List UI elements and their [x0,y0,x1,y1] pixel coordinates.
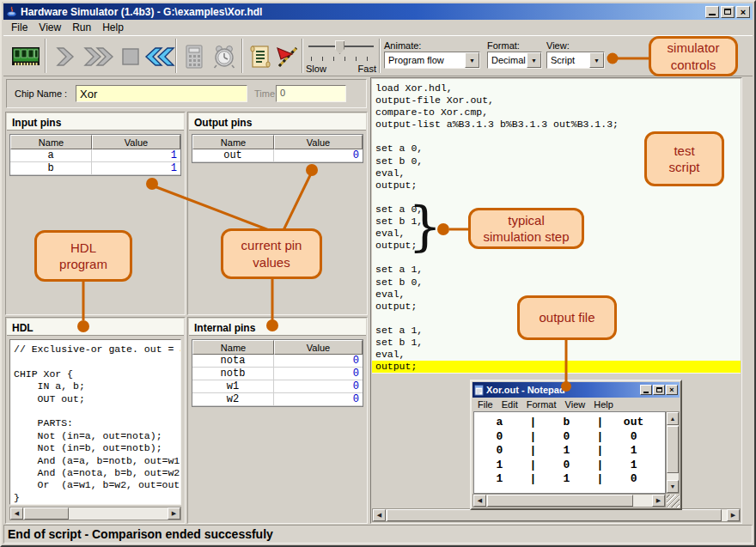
hdl-code-line: OUT out; [14,393,180,405]
toolbar-separator [302,39,303,73]
notepad-menu-item[interactable]: Format [523,399,562,410]
chip-icon[interactable] [10,40,41,74]
pin-name: nota [192,355,274,367]
scroll-right-icon[interactable]: ▶ [168,507,180,520]
menu-item[interactable]: Run [68,21,98,35]
notepad-menu-item[interactable]: File [474,399,498,410]
scroll-right-icon[interactable]: ▶ [652,495,665,507]
scroll-up-icon[interactable]: ▲ [667,412,679,425]
notepad-text-area[interactable]: a | b | out 0 | 0 | 0 0 | 1 | 1 1 | 0 | … [473,411,666,494]
menu-item[interactable]: Help [98,21,131,35]
column-header-name[interactable]: Name [10,135,92,149]
menu-bar: FileViewRunHelp [3,20,753,35]
notepad-title: Xor.out - Notepad [486,385,639,395]
scrollbar-thumb[interactable] [667,426,679,473]
hdl-code-line: IN a, b; [14,380,180,392]
menu-item[interactable]: File [7,21,34,35]
hdl-code-line: PARTS: [14,417,180,429]
animate-select[interactable]: Program flow ▼ [384,52,480,69]
animate-label: Animate: [384,40,421,51]
script-hscrollbar[interactable]: ◀ ▶ [372,508,741,522]
pin-value-cell[interactable]: 0 [274,380,363,392]
scrollbar-thumb[interactable] [487,495,633,507]
reset-icon[interactable] [143,40,176,74]
hdl-code-line: // Exclusive-or gate. out = a Xor b. [14,343,180,356]
notepad-icon [474,385,484,396]
pin-value-cell[interactable]: 0 [274,368,363,380]
pin-row: out 0 [192,149,363,162]
notepad-vscrollbar[interactable]: ▲ ▼ [666,411,680,494]
toolbar-separator [379,39,381,73]
slider-thumb[interactable] [335,40,344,54]
pin-name: notb [192,368,274,380]
dropdown-button[interactable]: ▼ [589,52,604,68]
chip-name-input[interactable]: Xor [76,85,247,102]
notepad-window[interactable]: Xor.out - Notepad × FileEditFormatViewHe… [470,380,682,510]
maximize-icon [724,9,731,15]
notepad-title-bar[interactable]: Xor.out - Notepad × [472,382,680,398]
internal-pins-table: Name Value nota 0 notb 0 w1 0 w2 0 [192,339,363,407]
java-app-icon [6,6,17,17]
pin-name: out [192,149,274,161]
scrollbar-thumb[interactable] [387,509,722,521]
notepad-minimize-button[interactable] [640,385,652,395]
pin-row: w2 0 [192,393,363,406]
pin-name: w1 [192,380,274,392]
notepad-maximize-button[interactable] [653,385,665,395]
annotation-brace: } [408,200,442,253]
hdl-code-line: Not (in=b, out=notb); [14,442,180,454]
column-header-value[interactable]: Value [92,135,180,149]
slider-ticks [311,57,371,61]
run-icon[interactable] [82,40,117,74]
close-button[interactable]: × [736,6,750,18]
speed-slider[interactable]: Slow Fast [306,40,376,74]
pin-value-cell[interactable]: 0 [274,393,363,405]
notepad-menu-item[interactable]: Help [590,399,619,410]
view-select[interactable]: Script ▼ [546,52,605,69]
hdl-hscrollbar[interactable]: ◀ ▶ [9,507,181,520]
pin-row: a 1 [10,149,180,162]
scroll-left-icon[interactable]: ◀ [473,495,486,507]
column-header-name[interactable]: Name [192,135,274,149]
callout-test-script: test script [644,131,724,186]
notepad-menu-item[interactable]: View [562,399,591,410]
column-header-value[interactable]: Value [274,135,363,149]
column-header-value[interactable]: Value [274,340,363,355]
calculator-icon[interactable] [180,40,209,74]
notepad-text-line: 0 | 1 | 1 [483,444,665,459]
notepad-menu-item[interactable]: Edit [498,399,523,410]
dropdown-button[interactable]: ▼ [465,52,479,68]
column-header-name[interactable]: Name [192,340,274,355]
pin-value-cell[interactable]: 0 [274,355,363,367]
pin-value-cell[interactable]: 0 [274,149,363,161]
close-icon: × [741,7,746,17]
single-step-icon[interactable] [52,40,79,74]
callout-simulator-controls: simulator controls [649,36,738,76]
clock-icon[interactable] [210,40,239,74]
scroll-down-icon[interactable]: ▼ [667,480,679,493]
slider-fast-label: Fast [358,64,376,74]
output-pins-table: Name Value out 0 [192,134,363,163]
script-icon[interactable] [247,40,274,74]
scroll-left-icon[interactable]: ◀ [373,509,386,521]
resize-grip[interactable] [667,495,680,507]
minimize-button[interactable] [705,6,719,18]
pin-value-cell[interactable]: 1 [92,149,180,161]
hdl-code-view: // Exclusive-or gate. out = a Xor b.CHIP… [9,339,181,505]
maximize-button[interactable] [721,6,735,18]
menu-item[interactable]: View [34,21,68,35]
scroll-left-icon[interactable]: ◀ [10,507,23,520]
pin-value-cell[interactable]: 1 [92,162,180,174]
hdl-code-line: And (a=a, b=notb, out=w1); [14,455,180,467]
format-select[interactable]: Decimal ▼ [487,52,542,69]
scrollbar-thumb[interactable] [24,507,69,520]
stop-icon[interactable] [119,40,143,74]
breakpoint-flag-icon[interactable] [273,40,301,74]
notepad-close-button[interactable]: × [666,385,678,395]
output-pins-title: Output pins [189,113,366,131]
dropdown-button[interactable]: ▼ [527,52,541,68]
hdl-code-line: } [14,492,180,504]
notepad-hscrollbar[interactable]: ◀ ▶ [472,494,666,507]
pin-name: w2 [192,393,274,405]
scroll-right-icon[interactable]: ▶ [727,509,740,521]
